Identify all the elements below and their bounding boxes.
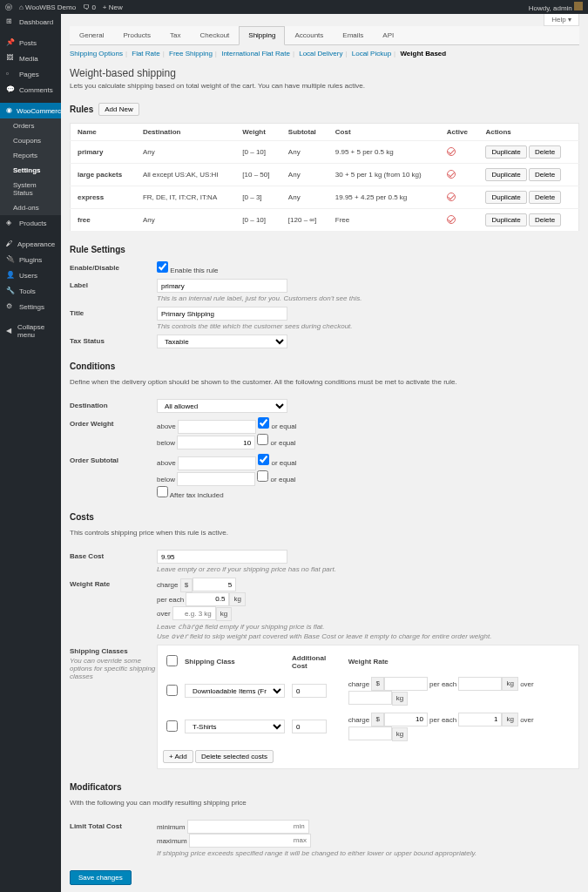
title-input[interactable] bbox=[157, 307, 287, 321]
menu-users[interactable]: 👤Users bbox=[0, 267, 61, 283]
menu-products[interactable]: ◈Products bbox=[0, 215, 61, 231]
menu-comments[interactable]: 💬Comments bbox=[0, 82, 61, 98]
ow-below-input[interactable] bbox=[177, 436, 255, 449]
active-icon[interactable] bbox=[447, 147, 456, 156]
sc-row-check[interactable] bbox=[166, 720, 178, 732]
delete-button[interactable]: Delete bbox=[529, 213, 561, 226]
sub-options[interactable]: Shipping Options bbox=[70, 50, 123, 57]
duplicate-button[interactable]: Duplicate bbox=[485, 213, 526, 226]
tab-emails[interactable]: Emails bbox=[333, 26, 373, 44]
site-link[interactable]: ⌂ WooWBS Demo bbox=[19, 3, 76, 11]
tab-tax[interactable]: Tax bbox=[160, 26, 190, 44]
duplicate-button[interactable]: Duplicate bbox=[485, 145, 526, 159]
duplicate-button[interactable]: Duplicate bbox=[485, 168, 526, 181]
ltc-min-input[interactable] bbox=[187, 820, 309, 834]
menu-plugins[interactable]: 🔌Plugins bbox=[0, 252, 61, 267]
menu-dashboard[interactable]: ⊞Dashboard bbox=[0, 14, 61, 30]
sub-free[interactable]: Free Shipping bbox=[169, 50, 213, 57]
os-above-input[interactable] bbox=[178, 456, 256, 470]
wr-over-input[interactable] bbox=[172, 606, 216, 620]
howdy[interactable]: Howdy, admin bbox=[529, 2, 583, 12]
active-icon[interactable] bbox=[447, 170, 456, 179]
ltc-max-input[interactable] bbox=[189, 834, 311, 848]
menu-woocommerce[interactable]: ◉WooCommerce bbox=[0, 103, 61, 118]
sc-add-input[interactable] bbox=[292, 720, 327, 733]
sc-class-select[interactable]: T-Shirts bbox=[185, 720, 285, 733]
tab-api[interactable]: API bbox=[373, 26, 403, 44]
sc-delete-button[interactable]: Delete selected costs bbox=[195, 750, 274, 763]
woo-reports[interactable]: Reports bbox=[0, 148, 61, 163]
menu-posts[interactable]: 📌Posts bbox=[0, 35, 61, 51]
comments-link[interactable]: 🗨 0 bbox=[83, 3, 96, 11]
help-tab[interactable]: Help ▾ bbox=[544, 14, 579, 26]
sc-over[interactable] bbox=[348, 726, 392, 740]
active-icon[interactable] bbox=[447, 193, 456, 201]
wr-charge-input[interactable] bbox=[193, 578, 236, 591]
sc-add-input[interactable] bbox=[292, 684, 327, 698]
sc-per[interactable] bbox=[458, 713, 502, 726]
menu-media[interactable]: 🖼Media bbox=[0, 51, 61, 66]
tab-accounts[interactable]: Accounts bbox=[285, 26, 333, 44]
save-button[interactable]: Save changes bbox=[70, 870, 132, 885]
table-row[interactable]: expressFR, DE, IT, IT:CR, IT:NA[0 – 3]An… bbox=[71, 186, 579, 209]
th-cost: Cost bbox=[328, 124, 440, 141]
sub-flat[interactable]: Flat Rate bbox=[132, 50, 159, 57]
sub-local-pickup[interactable]: Local Pickup bbox=[352, 50, 391, 57]
menu-tools[interactable]: 🔧Tools bbox=[0, 283, 61, 299]
menu-collapse[interactable]: ◀Collapse menu bbox=[0, 320, 61, 342]
sc-select-all[interactable] bbox=[166, 655, 178, 666]
sc-add-button[interactable]: + Add bbox=[163, 750, 193, 763]
ow-above-eq[interactable] bbox=[258, 417, 269, 429]
woo-system[interactable]: System Status bbox=[0, 178, 61, 200]
delete-button[interactable]: Delete bbox=[529, 145, 561, 159]
aftertax-checkbox[interactable] bbox=[157, 486, 168, 497]
table-row[interactable]: large packetsAll except US:AK, US:HI[10 … bbox=[71, 164, 579, 186]
woo-settings[interactable]: Settings bbox=[0, 163, 61, 178]
tax-select[interactable]: Taxable bbox=[157, 334, 287, 348]
woo-addons[interactable]: Add-ons bbox=[0, 200, 61, 215]
add-rule-button[interactable]: Add New bbox=[98, 103, 139, 116]
delete-button[interactable]: Delete bbox=[529, 168, 561, 181]
wp-logo[interactable]: ⓦ bbox=[5, 3, 12, 12]
base-cost-input[interactable] bbox=[157, 550, 287, 564]
dest-select[interactable]: All allowed bbox=[157, 399, 287, 413]
woo-coupons[interactable]: Coupons bbox=[0, 133, 61, 148]
rules-heading: Rules bbox=[70, 105, 93, 114]
sub-intl[interactable]: International Flat Rate bbox=[221, 50, 290, 57]
sc-per[interactable] bbox=[458, 677, 502, 691]
table-row[interactable]: freeAny[0 – 10][120 – ∞]FreeDuplicate De… bbox=[71, 209, 579, 232]
ow-below-eq[interactable] bbox=[257, 434, 268, 445]
active-icon[interactable] bbox=[447, 215, 456, 224]
tab-shipping[interactable]: Shipping bbox=[239, 26, 285, 45]
table-row[interactable]: primaryAny[0 – 10]Any9.95 + 5 per 0.5 kg… bbox=[71, 141, 579, 164]
woo-orders[interactable]: Orders bbox=[0, 118, 61, 133]
menu-settings[interactable]: ⚙Settings bbox=[0, 299, 61, 314]
sc-class-select[interactable]: Downloadable Items (Free Shipping) bbox=[185, 684, 285, 698]
user-icon: 👤 bbox=[6, 271, 15, 280]
tab-general[interactable]: General bbox=[70, 26, 113, 44]
th-actions: Actions bbox=[478, 124, 578, 141]
sc-over[interactable] bbox=[348, 691, 392, 705]
sub-local-deliv[interactable]: Local Delivery bbox=[299, 50, 342, 57]
ow-above-input[interactable] bbox=[178, 420, 256, 434]
tab-checkout[interactable]: Checkout bbox=[191, 26, 240, 44]
sc-row-check[interactable] bbox=[166, 685, 178, 696]
brush-icon: 🖌 bbox=[6, 240, 13, 248]
ltc-hint: If shipping price exceeds specified rang… bbox=[157, 849, 579, 857]
th-dest: Destination bbox=[136, 124, 235, 141]
os-below-eq[interactable] bbox=[257, 470, 268, 482]
new-link[interactable]: + New bbox=[103, 3, 123, 11]
menu-appearance[interactable]: 🖌Appearance bbox=[0, 236, 61, 252]
menu-pages[interactable]: ▫Pages bbox=[0, 66, 61, 82]
sc-charge[interactable] bbox=[384, 713, 428, 726]
title-hint: This controls the title which the custom… bbox=[157, 322, 579, 330]
label-input[interactable] bbox=[157, 279, 287, 293]
wr-per-input[interactable] bbox=[186, 592, 229, 606]
delete-button[interactable]: Delete bbox=[529, 191, 561, 204]
os-above-eq[interactable] bbox=[258, 454, 269, 465]
enable-checkbox[interactable] bbox=[157, 261, 168, 273]
duplicate-button[interactable]: Duplicate bbox=[485, 191, 526, 204]
tab-products[interactable]: Products bbox=[113, 26, 160, 44]
os-below-input[interactable] bbox=[177, 472, 255, 486]
sc-charge[interactable] bbox=[384, 677, 428, 691]
